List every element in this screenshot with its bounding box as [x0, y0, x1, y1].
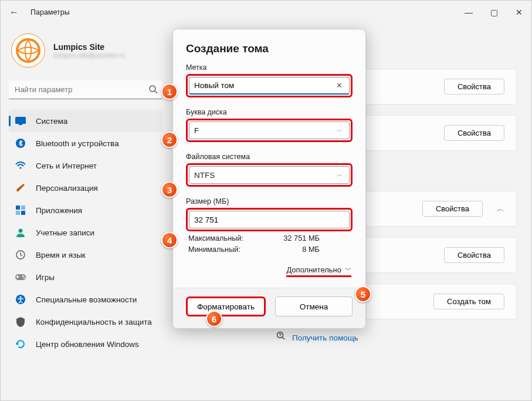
size-max-value: 32 751 МБ: [273, 234, 320, 242]
advanced-toggle[interactable]: Дополнительно ﹀: [286, 265, 351, 277]
minimize-icon[interactable]: —: [465, 8, 473, 17]
close-icon[interactable]: ✕: [516, 8, 523, 17]
sidebar-item-system[interactable]: Система: [9, 110, 162, 132]
sidebar-item-windows-update[interactable]: Центр обновления Windows: [9, 333, 162, 355]
dialog-footer: Форматировать Отмена: [173, 288, 365, 328]
svg-line-21: [282, 337, 284, 339]
nav-label: Сеть и Интернет: [36, 161, 97, 170]
sidebar-item-accessibility[interactable]: Специальные возможности: [9, 288, 162, 311]
format-button[interactable]: Форматировать: [186, 296, 266, 316]
properties-button[interactable]: Свойства: [444, 125, 504, 141]
annotation-badge-5: 5: [355, 286, 371, 302]
bluetooth-icon: [15, 137, 26, 149]
field-filesystem: Файловая система NTFS ﹀: [186, 153, 353, 187]
svg-point-7: [19, 167, 21, 169]
sidebar-item-privacy[interactable]: Конфиденциальность и защита: [9, 311, 162, 333]
help-icon: [276, 331, 286, 344]
volume-label-input[interactable]: [189, 77, 350, 95]
sidebar-item-apps[interactable]: Приложения: [9, 199, 162, 221]
apps-icon: [15, 204, 26, 216]
user-profile[interactable]: Lumpics Site lumpics.site@yandex.ru: [9, 30, 162, 78]
create-volume-dialog: Создание тома Метка ✕ Буква диска F ﹀ Фа…: [172, 29, 366, 329]
svg-point-1: [18, 41, 38, 60]
nav-label: Центр обновления Windows: [36, 340, 139, 349]
search-box: [9, 80, 162, 99]
size-info: Максимальный:32 751 МБ Минимальный:8 МБ: [186, 231, 353, 254]
sidebar: Lumpics Site lumpics.site@yandex.ru Сист…: [1, 30, 171, 400]
cancel-button[interactable]: Отмена: [275, 296, 353, 316]
svg-rect-4: [15, 117, 26, 124]
annotation-badge-1: 1: [161, 83, 178, 100]
sidebar-item-games[interactable]: Игры: [9, 266, 162, 288]
properties-button[interactable]: Свойства: [444, 247, 504, 263]
brush-icon: [15, 182, 26, 194]
svg-point-18: [19, 296, 21, 298]
field-label: Метка ✕: [186, 63, 353, 97]
dialog-title: Создание тома: [186, 42, 353, 55]
settings-window: ← Параметры — ▢ ✕ Lumpics Site: [0, 0, 532, 401]
nav-list: Система Bluetooth и устройства Сеть и Ин…: [9, 110, 162, 355]
annotation-badge-4: 4: [161, 232, 178, 248]
sidebar-item-time-language[interactable]: Время и язык: [9, 244, 162, 266]
size-input[interactable]: [189, 211, 350, 228]
filesystem-caption: Файловая система: [186, 153, 353, 161]
svg-point-2: [150, 86, 155, 92]
sidebar-item-personalization[interactable]: Персонализация: [9, 177, 162, 199]
help-link[interactable]: Получить помощь: [188, 331, 517, 344]
system-icon: [15, 115, 26, 127]
titlebar: ← Параметры — ▢ ✕: [1, 1, 531, 24]
clear-icon[interactable]: ✕: [336, 81, 343, 90]
field-drive-letter: Буква диска F ﹀: [186, 108, 353, 142]
nav-label: Игры: [36, 273, 55, 282]
nav-label: Специальные возможности: [36, 295, 137, 304]
svg-line-3: [155, 91, 157, 93]
svg-point-20: [280, 336, 280, 337]
svg-rect-8: [16, 205, 20, 210]
size-caption: Размер (МБ): [186, 197, 353, 205]
svg-rect-11: [21, 211, 25, 215]
annotation-badge-6: 6: [206, 311, 222, 327]
drive-letter-caption: Буква диска: [186, 108, 353, 116]
svg-rect-10: [16, 211, 20, 215]
size-max-label: Максимальный:: [188, 234, 259, 242]
drive-letter-select[interactable]: F: [189, 122, 350, 139]
svg-rect-5: [19, 124, 22, 125]
update-icon: [15, 338, 26, 350]
create-volume-button[interactable]: Создать том: [433, 294, 504, 309]
sidebar-item-network[interactable]: Сеть и Интернет: [9, 154, 162, 177]
properties-button[interactable]: Свойства: [422, 201, 483, 217]
nav-label: Персонализация: [36, 184, 98, 193]
search-icon[interactable]: [148, 85, 158, 96]
clock-icon: [15, 249, 26, 261]
svg-point-16: [23, 277, 25, 279]
profile-name: Lumpics Site: [53, 42, 125, 52]
sidebar-item-accounts[interactable]: Учетные записи: [9, 221, 162, 244]
nav-label: Система: [36, 117, 67, 126]
avatar: [11, 33, 45, 68]
games-icon: [15, 271, 26, 283]
wifi-icon: [15, 160, 26, 171]
accessibility-icon: [15, 294, 26, 305]
size-min-label: Минимальный:: [188, 245, 259, 254]
shield-icon: [15, 316, 26, 328]
svg-rect-9: [21, 205, 25, 210]
window-controls: — ▢ ✕: [465, 8, 523, 17]
chevron-up-icon[interactable]: ︿: [497, 204, 504, 214]
label-caption: Метка: [186, 63, 353, 72]
properties-button[interactable]: Свойства: [444, 79, 504, 95]
nav-label: Приложения: [36, 206, 82, 215]
annotation-badge-3: 3: [161, 181, 178, 198]
profile-email: lumpics.site@yandex.ru: [53, 52, 125, 59]
sidebar-item-bluetooth[interactable]: Bluetooth и устройства: [9, 132, 162, 154]
advanced-label: Дополнительно: [286, 265, 341, 274]
svg-point-15: [22, 275, 24, 277]
search-input[interactable]: [9, 80, 162, 99]
maximize-icon[interactable]: ▢: [490, 8, 498, 17]
window-title: Параметры: [31, 8, 70, 16]
size-min-value: 8 МБ: [273, 245, 320, 254]
filesystem-select[interactable]: NTFS: [189, 166, 350, 184]
nav-label: Учетные записи: [36, 228, 94, 237]
nav-label: Конфиденциальность и защита: [36, 318, 152, 326]
back-arrow-icon[interactable]: ←: [9, 7, 19, 18]
help-link-label: Получить помощь: [292, 333, 358, 342]
